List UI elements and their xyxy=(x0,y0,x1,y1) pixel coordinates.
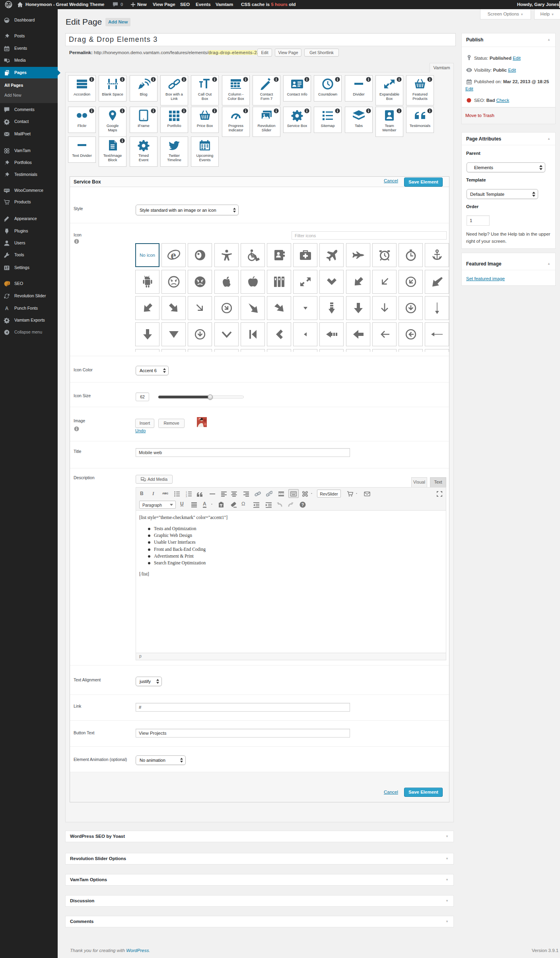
svg-text:A: A xyxy=(5,306,9,311)
svg-text:e: e xyxy=(171,249,176,261)
svg-text:3: 3 xyxy=(186,495,187,497)
svg-text:?: ? xyxy=(301,503,304,507)
svg-text:WOO: WOO xyxy=(4,189,9,191)
